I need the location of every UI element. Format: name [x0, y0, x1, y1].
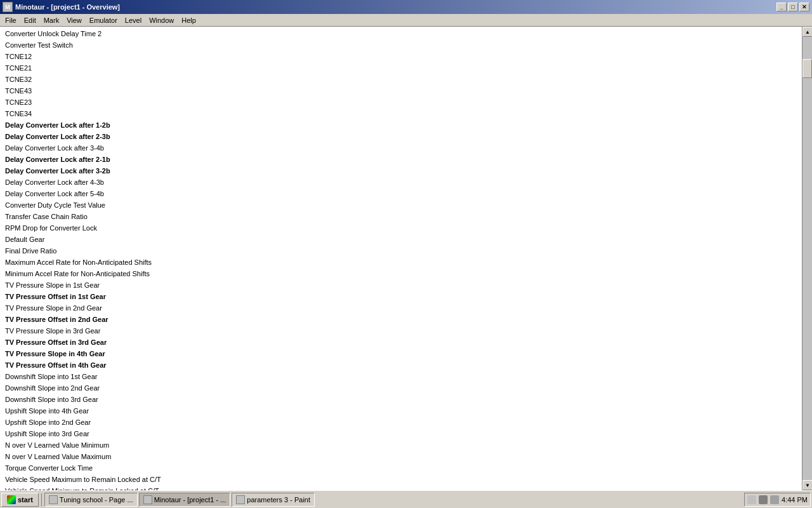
tray-icon-3 [770, 495, 779, 504]
scroll-up-button[interactable]: ▲ [802, 27, 812, 37]
menu-bar: FileEditMarkViewEmulatorLevelWindowHelp [0, 14, 812, 27]
list-item[interactable]: TV Pressure Offset in 2nd Gear [0, 314, 802, 325]
list-container: Converter Unlock Delay Time 2Converter T… [0, 27, 812, 490]
list-item[interactable]: TCNE21 [0, 62, 802, 74]
taskbar-button-0[interactable]: Tuning school - Page ... [44, 493, 138, 507]
tray-icon-1 [747, 495, 756, 504]
list-item[interactable]: Torque Converter Lock Time [0, 462, 802, 474]
list-item[interactable]: TCNE43 [0, 85, 802, 97]
taskbar-button-icon-0 [49, 495, 58, 504]
list-item[interactable]: TCNE32 [0, 74, 802, 85]
menu-item-level[interactable]: Level [121, 15, 145, 25]
list-item[interactable]: TV Pressure Slope in 3rd Gear [0, 325, 802, 337]
list-item[interactable]: Delay Converter Lock after 1-2b [0, 119, 802, 131]
title-controls: _ □ ✕ [776, 3, 809, 11]
list-item[interactable]: TV Pressure Offset in 1st Gear [0, 291, 802, 302]
list-item[interactable]: TV Pressure Slope in 1st Gear [0, 279, 802, 291]
list-item[interactable]: Delay Converter Lock after 4-3b [0, 177, 802, 188]
list-item[interactable]: Downshift Slope into 2nd Gear [0, 382, 802, 394]
list-item[interactable]: Downshift Slope into 1st Gear [0, 371, 802, 382]
menu-item-window[interactable]: Window [145, 15, 178, 25]
list-item[interactable]: TCNE34 [0, 108, 802, 119]
taskbar-button-2[interactable]: parameters 3 - Paint [232, 493, 315, 507]
menu-item-mark[interactable]: Mark [40, 15, 63, 25]
taskbar-separator [41, 493, 42, 506]
close-button[interactable]: ✕ [799, 3, 809, 11]
list-item[interactable]: Converter Unlock Delay Time 2 [0, 28, 802, 39]
inner-window: Converter Unlock Delay Time 2Converter T… [0, 27, 812, 490]
vertical-scrollbar[interactable]: ▲ ▼ [802, 27, 812, 490]
list-item[interactable]: TV Pressure Slope in 4th Gear [0, 348, 802, 359]
list-item[interactable]: Downshift Slope into 3rd Gear [0, 394, 802, 405]
mdi-container: Converter Unlock Delay Time 2Converter T… [0, 27, 812, 490]
start-icon [7, 495, 16, 504]
tray-icon-2 [759, 495, 768, 504]
taskbar-buttons: Tuning school - Page ...Minotaur - [proj… [44, 493, 315, 507]
list-item[interactable]: Vehicle Speed Maximum to Remain Locked a… [0, 474, 802, 485]
list-item[interactable]: Delay Converter Lock after 5-4b [0, 188, 802, 199]
list-item[interactable]: Maximum Accel Rate for Non-Anticipated S… [0, 257, 802, 268]
list-item[interactable]: N over V Learned Value Minimum [0, 439, 802, 451]
list-item[interactable]: TV Pressure Slope in 2nd Gear [0, 302, 802, 314]
list-item[interactable]: TV Pressure Offset in 3rd Gear [0, 337, 802, 348]
list-item[interactable]: Transfer Case Chain Ratio [0, 211, 802, 222]
scroll-track[interactable] [802, 37, 812, 480]
menu-item-emulator[interactable]: Emulator [86, 15, 121, 25]
list-item[interactable]: Upshift Slope into 2nd Gear [0, 417, 802, 428]
taskbar-button-label-1: Minotaur - [project1 - ... [154, 496, 226, 504]
scroll-thumb[interactable] [802, 59, 812, 78]
taskbar-button-icon-2 [236, 495, 245, 504]
menu-item-edit[interactable]: Edit [20, 15, 40, 25]
taskbar-button-icon-1 [143, 495, 152, 504]
list-item[interactable]: Final Drive Ratio [0, 245, 802, 257]
list-item[interactable]: Converter Test Switch [0, 39, 802, 51]
maximize-button[interactable]: □ [788, 3, 798, 11]
list-content[interactable]: Converter Unlock Delay Time 2Converter T… [0, 27, 802, 490]
taskbar: start Tuning school - Page ...Minotaur -… [0, 490, 812, 508]
list-item[interactable]: Delay Converter Lock after 2-1b [0, 154, 802, 165]
list-item[interactable]: Upshift Slope into 4th Gear [0, 405, 802, 417]
list-item[interactable]: Delay Converter Lock after 3-4b [0, 142, 802, 154]
list-item[interactable]: Converter Duty Cycle Test Value [0, 199, 802, 211]
start-label: start [18, 496, 33, 504]
title-bar-left: M Minotaur - [project1 - Overview] [3, 2, 120, 12]
minimize-button[interactable]: _ [776, 3, 787, 11]
list-item[interactable]: N over V Learned Value Maximum [0, 451, 802, 462]
system-tray: 4:44 PM [744, 493, 811, 507]
list-item[interactable]: Upshift Slope into 3rd Gear [0, 428, 802, 439]
list-item[interactable]: Vehicle Speed Minimum to Remain Locked a… [0, 485, 802, 490]
system-clock: 4:44 PM [782, 496, 808, 504]
list-item[interactable]: Delay Converter Lock after 3-2b [0, 165, 802, 177]
title-bar: M Minotaur - [project1 - Overview] _ □ ✕ [0, 0, 812, 14]
scroll-down-button[interactable]: ▼ [802, 480, 812, 490]
list-item[interactable]: Delay Converter Lock after 2-3b [0, 131, 802, 142]
list-item[interactable]: TCNE23 [0, 97, 802, 108]
menu-item-file[interactable]: File [1, 15, 20, 25]
taskbar-button-1[interactable]: Minotaur - [project1 - ... [139, 493, 231, 507]
list-item[interactable]: Default Gear [0, 234, 802, 245]
list-item[interactable]: TV Pressure Offset in 4th Gear [0, 359, 802, 371]
window-title: Minotaur - [project1 - Overview] [15, 3, 120, 11]
start-button[interactable]: start [1, 493, 39, 507]
menu-item-help[interactable]: Help [178, 15, 200, 25]
menu-item-view[interactable]: View [63, 15, 86, 25]
list-item[interactable]: Minimum Accel Rate for Non-Anticipated S… [0, 268, 802, 279]
taskbar-button-label-2: parameters 3 - Paint [247, 496, 310, 504]
list-item[interactable]: RPM Drop for Converter Lock [0, 222, 802, 234]
taskbar-button-label-0: Tuning school - Page ... [60, 496, 133, 504]
app-icon: M [3, 2, 13, 12]
list-item[interactable]: TCNE12 [0, 51, 802, 62]
